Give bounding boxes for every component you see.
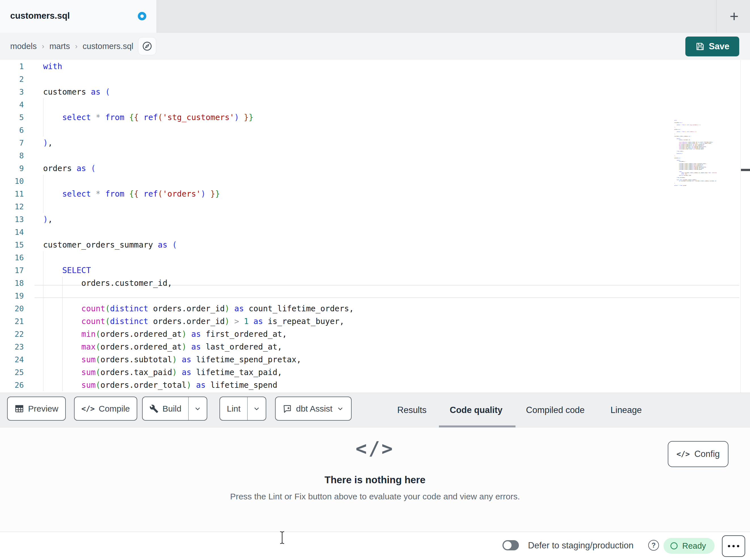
lint-dropdown[interactable] <box>248 397 266 420</box>
code-line[interactable]: 11 select * from {{ ref('orders') }} <box>0 188 750 200</box>
breadcrumb-marts[interactable]: marts <box>50 42 70 51</box>
code-line[interactable]: 21 count(distinct orders.order_id) > 1 a… <box>0 315 750 328</box>
assist-chat-icon <box>282 404 292 414</box>
code-line[interactable]: 23 max(orders.ordered_at) as last_ordere… <box>0 340 750 353</box>
code-line[interactable]: 15customer_orders_summary as ( <box>0 238 750 251</box>
line-number: 11 <box>0 188 24 200</box>
breadcrumb-models[interactable]: models <box>10 42 37 51</box>
code-line[interactable]: 4 <box>0 98 750 111</box>
code-line[interactable]: 9orders as ( <box>0 162 750 175</box>
editor-tab-customers-sql[interactable]: customers.sql <box>0 0 157 33</box>
line-number: 13 <box>0 213 24 226</box>
line-number: 8 <box>0 149 24 162</box>
line-number: 18 <box>0 277 24 290</box>
line-number: 26 <box>0 379 24 392</box>
lint-button[interactable]: Lint <box>219 397 266 421</box>
compass-icon <box>142 41 153 51</box>
code-line[interactable]: 20 count(distinct orders.order_id) as co… <box>0 302 750 315</box>
code-line[interactable]: 3customers as ( <box>0 86 750 98</box>
config-label: Config <box>694 449 720 459</box>
line-number: 2 <box>0 73 24 86</box>
empty-state-subtitle: Press the Lint or Fix button above to ev… <box>0 492 750 501</box>
preview-button[interactable]: Preview <box>7 397 66 421</box>
save-button[interactable]: Save <box>685 37 739 56</box>
code-line[interactable]: 12 <box>0 200 750 213</box>
table-icon <box>15 404 24 414</box>
scrollbar-thumb[interactable] <box>741 169 750 171</box>
code-line[interactable]: 6 <box>0 124 750 137</box>
tab-strip: customers.sql + <box>0 0 750 33</box>
defer-label: Defer to staging/production <box>528 540 633 551</box>
dots-icon <box>728 545 730 547</box>
line-number: 7 <box>0 137 24 149</box>
build-label: Build <box>162 404 181 414</box>
save-icon <box>695 42 705 51</box>
line-number: 12 <box>0 200 24 213</box>
code-line[interactable]: 1with <box>0 60 750 73</box>
code-line[interactable]: 16 <box>0 251 750 264</box>
lint-label: Lint <box>227 404 240 414</box>
config-button[interactable]: </> Config <box>668 441 728 467</box>
code-icon: </> <box>0 438 750 459</box>
line-number: 22 <box>0 328 24 340</box>
status-bar: Defer to staging/production ? Ready <box>0 532 750 560</box>
code-line[interactable]: 17 SELECT <box>0 264 750 277</box>
minimap[interactable]: withcustomers as ( select * from {{ ref(… <box>674 120 717 187</box>
minimap-line: on customers.customer_id = customer_orde… <box>674 181 717 182</box>
line-number: 4 <box>0 98 24 111</box>
help-icon[interactable]: ? <box>648 540 659 551</box>
code-icon: </> <box>81 405 95 413</box>
breadcrumb-separator: › <box>75 42 78 51</box>
tab-lineage[interactable]: Lineage <box>611 393 642 427</box>
line-number: 5 <box>0 111 24 124</box>
code-line[interactable]: 18 orders.customer_id, <box>0 277 750 290</box>
tab-results[interactable]: Results <box>397 393 427 427</box>
line-number: 10 <box>0 175 24 188</box>
tab-title: customers.sql <box>10 11 70 21</box>
breadcrumb-bar: models › marts › customers.sql Save <box>0 33 750 60</box>
empty-state: </> There is nothing here Press the Lint… <box>0 438 750 501</box>
explore-lineage-button[interactable] <box>138 37 156 55</box>
line-number: 24 <box>0 353 24 366</box>
code-line[interactable]: 26 sum(orders.order_total) as lifetime_s… <box>0 379 750 392</box>
code-line[interactable]: 2 <box>0 73 750 86</box>
dbt-cloud-ide: { "window": { "tab_title": "customers.sq… <box>0 0 750 560</box>
code-icon: </> <box>676 450 690 458</box>
compile-button[interactable]: </> Compile <box>74 397 137 421</box>
active-tab-underline <box>439 426 515 428</box>
ready-circle-icon <box>670 542 678 550</box>
code-line[interactable]: 14 <box>0 226 750 238</box>
code-line[interactable]: 19 <box>0 290 750 302</box>
code-line[interactable]: 5 select * from {{ ref('stg_customers') … <box>0 111 750 124</box>
code-line[interactable]: 13), <box>0 213 750 226</box>
empty-state-title: There is nothing here <box>0 474 750 485</box>
unsaved-changes-dot <box>138 12 146 20</box>
dbt-assist-button[interactable]: dbt Assist <box>275 397 352 421</box>
line-number: 16 <box>0 251 24 264</box>
code-editor[interactable]: 1with23customers as (45 select * from {{… <box>0 60 750 393</box>
new-tab-button[interactable]: + <box>725 6 744 26</box>
code-line[interactable]: 8 <box>0 149 750 162</box>
line-number: 23 <box>0 340 24 353</box>
build-dropdown[interactable] <box>189 397 207 420</box>
tab-code-quality[interactable]: Code quality <box>450 393 502 427</box>
defer-toggle[interactable] <box>502 540 519 551</box>
breadcrumb-file[interactable]: customers.sql <box>82 42 133 51</box>
code-line[interactable]: 24 sum(orders.subtotal) as lifetime_spen… <box>0 353 750 366</box>
code-line[interactable]: 22 min(orders.ordered_at) as first_order… <box>0 328 750 340</box>
more-options-button[interactable] <box>722 535 745 557</box>
chevron-down-icon <box>253 405 261 413</box>
dbt-assist-label: dbt Assist <box>296 404 332 414</box>
code-line[interactable]: 25 sum(orders.tax_paid) as lifetime_tax_… <box>0 366 750 379</box>
build-button[interactable]: Build <box>142 397 207 421</box>
line-number: 3 <box>0 86 24 98</box>
status-badge: Ready <box>664 538 714 554</box>
line-number: 20 <box>0 302 24 315</box>
code-lines: 1with23customers as (45 select * from {{… <box>0 60 750 392</box>
preview-label: Preview <box>28 404 58 414</box>
code-line[interactable]: 7), <box>0 137 750 149</box>
code-line[interactable]: 10 <box>0 175 750 188</box>
line-number: 9 <box>0 162 24 175</box>
chevron-down-icon <box>194 405 202 413</box>
tab-compiled-code[interactable]: Compiled code <box>526 393 585 427</box>
